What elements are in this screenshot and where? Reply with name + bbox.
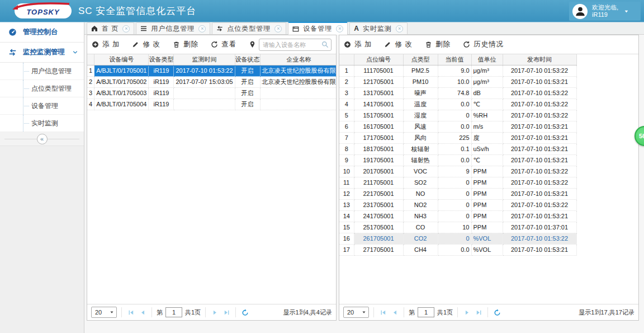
row-index: 7 [339, 132, 354, 143]
cell-value: 10.0 [438, 76, 471, 87]
table-row[interactable]: 6161705001风速0.0m/s2017-07-10 01:53:21 [339, 121, 576, 132]
add-button[interactable]: 添 加 [92, 40, 120, 49]
next-page-button[interactable] [462, 308, 471, 317]
last-page-button[interactable] [222, 308, 231, 317]
table-row[interactable]: 3A/BJLT/0/1705003iR119开启 [87, 87, 336, 99]
table-row[interactable]: 9191705001辐射热0.0℃2017-07-10 01:53:21 [339, 154, 576, 166]
close-icon[interactable]: × [336, 25, 343, 32]
tab-realtime[interactable]: A 实时监测 × [349, 22, 408, 34]
view-button[interactable]: 查看 [211, 40, 236, 49]
cell-code: 121705001 [354, 76, 403, 87]
first-page-button[interactable] [378, 308, 387, 317]
cell-type: 风速 [403, 121, 438, 132]
page-number-input[interactable] [418, 307, 434, 317]
history-button[interactable]: 历史情况 [463, 40, 504, 49]
reload-icon[interactable] [493, 308, 501, 317]
table-row[interactable]: 11211705001SO20PPM2017-07-10 01:53:22 [339, 177, 576, 188]
reload-icon[interactable] [240, 308, 249, 317]
sidebar-item-device[interactable]: 设备管理 [0, 97, 84, 115]
page-number-input[interactable] [165, 307, 182, 317]
table-row[interactable]: 13231705001NO20PPM2017-07-10 01:53:22 [339, 199, 576, 210]
table-row[interactable]: 14241705001NH30PPM2017-07-10 01:53:21 [339, 210, 576, 222]
cell-code: 111705001 [354, 65, 403, 76]
divider [151, 307, 152, 317]
cell-code: 201705001 [354, 166, 403, 177]
cell-time: 2017-07-10 01:53:22 [174, 65, 235, 76]
table-row[interactable]: 4A/BJLT/0/1705004iR119开启 [87, 99, 336, 110]
close-icon[interactable]: × [198, 25, 206, 32]
button-label: 删除 [435, 40, 451, 49]
cell-code: 141705001 [354, 99, 403, 110]
next-page-button[interactable] [210, 308, 219, 317]
cell-time: 2017-07-10 01:53:22 [503, 110, 576, 121]
row-index: 16 [339, 233, 354, 244]
close-icon[interactable]: × [274, 25, 282, 32]
tab-bar: 首 页 × 用户信息管理 × 点位类型管理 × 设备管理 × A 实时监测 × [84, 22, 644, 35]
table-row[interactable]: 16261705001CO20%VOL2017-07-10 01:53:22 [339, 233, 576, 244]
tab-user-info[interactable]: 用户信息管理 × [136, 22, 210, 34]
sidebar-item-user-info[interactable]: 用户信息管理 [0, 63, 84, 80]
table-row[interactable]: 15251705001CO10PPM2017-07-10 01:37:01 [339, 222, 576, 233]
delete-button[interactable]: 删除 [173, 40, 198, 49]
prev-page-button[interactable] [138, 308, 147, 317]
search-icon[interactable] [321, 41, 329, 48]
column-header: 监测时间 [174, 54, 235, 65]
table-row[interactable]: 2A/BJLT/0/1705002iR1192017-07-07 15:03:0… [87, 76, 336, 87]
logo-swoosh-icon [11, 1, 74, 11]
prev-page-button[interactable] [390, 308, 399, 317]
close-icon[interactable]: × [396, 25, 403, 32]
table-row[interactable]: 1A/BJLT/0/1705001iR1192017-07-10 01:53:2… [87, 65, 336, 76]
row-index: 9 [339, 154, 354, 166]
table-row[interactable]: 10201705001VOC9PPM2017-07-10 01:53:22 [339, 166, 576, 177]
sidebar-item-realtime[interactable]: 实时监测 [0, 115, 84, 132]
close-icon[interactable]: × [122, 25, 130, 32]
table-row[interactable]: 3131705001噪声74.8dB2017-07-10 01:53:22 [339, 87, 576, 99]
cell-time: 2017-07-10 01:53:21 [503, 210, 576, 222]
caret-down-icon[interactable] [624, 9, 629, 14]
first-page-button[interactable] [126, 308, 135, 317]
caret-down-icon [110, 310, 114, 315]
cell-time: 2017-07-10 01:53:22 [503, 87, 576, 99]
sidebar-collapse-button[interactable]: « [37, 134, 48, 144]
table-row[interactable]: 2121705001PM1010.0μg/m³2017-07-10 01:53:… [339, 76, 576, 87]
tab-device-management[interactable]: 设备管理 × [288, 22, 348, 35]
delete-button[interactable]: 删除 [425, 40, 451, 49]
user-menu[interactable]: 欢迎光临, iR119 [569, 2, 641, 21]
sidebar-item-point-type[interactable]: 点位类型管理 [0, 80, 84, 97]
sidebar-section-console[interactable]: 管理控制台 [0, 22, 84, 43]
page-size-select[interactable]: 20 [343, 307, 369, 318]
table-row[interactable]: 12221705001NO0PPM2017-07-10 01:53:21 [339, 188, 576, 199]
column-header: 点位编号 [354, 54, 403, 65]
row-index: 1 [87, 65, 94, 76]
column-header: 值单位 [471, 54, 503, 65]
tab-home[interactable]: 首 页 × [87, 22, 134, 34]
column-header: 当前值 [438, 54, 471, 65]
edit-button[interactable]: 修 改 [132, 40, 160, 49]
row-index: 11 [339, 177, 354, 188]
cell-type: SO2 [403, 177, 438, 188]
cell-type: CO2 [403, 233, 438, 244]
cell-value: 74.8 [438, 87, 471, 99]
row-index: 17 [339, 244, 354, 255]
cell-time [174, 99, 235, 110]
tab-point-type[interactable]: 点位类型管理 × [212, 22, 286, 34]
edit-button[interactable]: 修 改 [384, 40, 412, 49]
page-size-select[interactable]: 20 [91, 307, 117, 318]
last-page-button[interactable] [474, 308, 483, 317]
table-row[interactable]: 17271705001CH40.0%VOL2017-07-10 01:53:21 [339, 244, 576, 255]
search-input[interactable] [259, 39, 332, 51]
sidebar-section-monitoring[interactable]: 监控监测管理 [0, 43, 84, 63]
cell-unit: μg/m³ [471, 76, 503, 87]
divider [487, 307, 488, 317]
cell-value: 225 [438, 132, 471, 143]
column-header: 设备状态 [235, 54, 260, 65]
cell-type: VOC [403, 166, 438, 177]
table-row[interactable]: 7171705001风向225度2017-07-10 01:53:21 [339, 132, 576, 143]
table-row[interactable]: 5151705001湿度0%RH2017-07-10 01:53:22 [339, 110, 576, 121]
add-button[interactable]: 添 加 [344, 40, 372, 49]
loop-icon [216, 25, 223, 32]
table-row[interactable]: 1111705001PM2.59.0μg/m³2017-07-10 01:53:… [339, 65, 576, 76]
table-row[interactable]: 4141705001温度0.0℃2017-07-10 01:53:22 [339, 99, 576, 110]
table-row[interactable]: 8181705001核辐射0.1uSv/h2017-07-10 01:53:21 [339, 143, 576, 154]
row-index: 13 [339, 199, 354, 210]
